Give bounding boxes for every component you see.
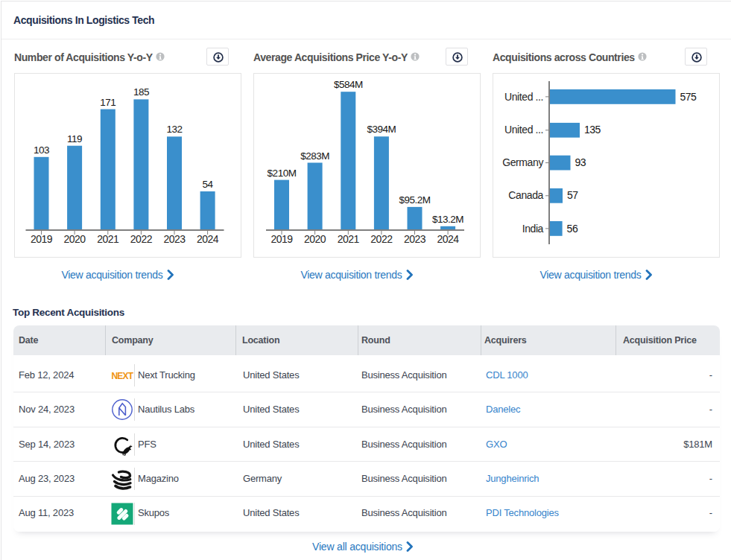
- svg-text:United ...: United ...: [504, 124, 543, 136]
- svg-text:575: 575: [680, 91, 697, 103]
- svg-text:2021: 2021: [97, 233, 119, 245]
- svg-text:United ...: United ...: [504, 91, 543, 103]
- svg-text:185: 185: [133, 86, 149, 98]
- svg-text:$584M: $584M: [334, 79, 363, 90]
- svg-text:Germany: Germany: [502, 156, 543, 168]
- svg-text:2019: 2019: [270, 233, 293, 245]
- svg-text:171: 171: [100, 97, 115, 108]
- svg-text:135: 135: [584, 124, 601, 136]
- svg-text:54: 54: [203, 179, 214, 190]
- svg-text:$13.2M: $13.2M: [432, 214, 463, 225]
- svg-text:2020: 2020: [64, 233, 86, 245]
- svg-text:$210M: $210M: [268, 168, 297, 179]
- svg-text:56: 56: [567, 223, 578, 235]
- svg-text:2019: 2019: [31, 233, 53, 245]
- svg-text:$283M: $283M: [300, 150, 329, 162]
- svg-text:2021: 2021: [338, 233, 360, 245]
- svg-text:$394M: $394M: [367, 124, 396, 135]
- svg-text:2023: 2023: [163, 233, 186, 245]
- svg-text:119: 119: [67, 133, 82, 144]
- svg-text:$95.2M: $95.2M: [399, 194, 430, 206]
- svg-text:2020: 2020: [304, 233, 326, 245]
- svg-text:2023: 2023: [404, 233, 426, 245]
- svg-text:132: 132: [166, 124, 182, 135]
- svg-text:India: India: [522, 223, 544, 235]
- svg-text:2024: 2024: [197, 233, 219, 245]
- svg-text:2022: 2022: [130, 233, 153, 245]
- svg-text:57: 57: [567, 189, 578, 201]
- svg-text:2024: 2024: [437, 233, 460, 245]
- svg-text:2022: 2022: [370, 233, 393, 245]
- svg-text:93: 93: [575, 156, 586, 168]
- svg-text:103: 103: [34, 144, 49, 156]
- svg-text:Canada: Canada: [508, 189, 543, 201]
